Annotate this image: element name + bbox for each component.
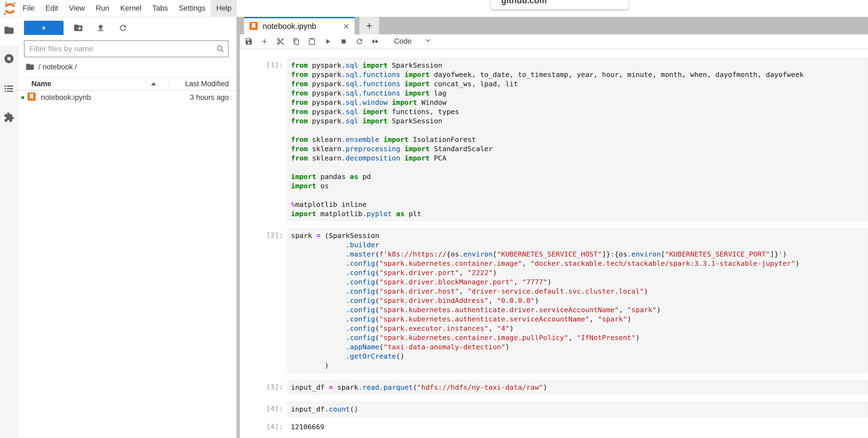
- copy-cells-icon[interactable]: [292, 37, 300, 46]
- menu-item-settings[interactable]: Settings: [174, 0, 211, 17]
- file-browser-panel: + / notebook / Name Last Modified: [18, 17, 237, 438]
- sort-ascending-icon: [151, 82, 156, 85]
- code-cell[interactable]: [2]:spark = (SparkSession .builder .mast…: [240, 228, 868, 373]
- code-editor[interactable]: input_df = spark.read.parquet("hdfs://hd…: [287, 380, 868, 395]
- chevron-down-icon: [424, 36, 432, 46]
- code-editor[interactable]: spark = (SparkSession .builder .master(f…: [287, 228, 868, 373]
- extension-manager-icon[interactable]: [4, 112, 14, 124]
- code-editor[interactable]: input_df.count(): [287, 402, 868, 416]
- notebook-content[interactable]: [1]:from pyspark.sql import SparkSession…: [240, 49, 868, 438]
- column-header-modified[interactable]: Last Modified: [168, 80, 237, 88]
- popup-origin-text: github.com: [491, 0, 628, 5]
- menu-item-file[interactable]: File: [17, 0, 40, 17]
- folder-icon: [25, 62, 35, 71]
- menu-item-help[interactable]: Help: [211, 0, 237, 17]
- input-prompt: [4]:: [240, 402, 287, 416]
- filter-files-input[interactable]: [25, 41, 213, 57]
- cell-type-value: Code: [394, 37, 412, 46]
- refresh-icon[interactable]: [115, 21, 131, 35]
- restart-run-all-icon[interactable]: [371, 37, 379, 46]
- menu-bar: FileEditViewRunKernelTabsSettingsHelp: [0, 0, 868, 17]
- panel-splitter[interactable]: [237, 17, 240, 438]
- output-prompt: [4]:: [240, 420, 287, 434]
- notebook-toolbar: Code: [240, 34, 868, 49]
- tab-notebook[interactable]: notebook.ipynb ×: [244, 17, 354, 34]
- file-name: notebook.ipynb: [41, 93, 168, 102]
- cell-type-dropdown[interactable]: Code: [394, 36, 432, 46]
- code-cell[interactable]: [4]:input_df.count(): [240, 402, 868, 416]
- running-sessions-icon[interactable]: [4, 53, 14, 65]
- breadcrumb-path: / notebook /: [38, 63, 77, 71]
- file-browser-toolbar: +: [18, 21, 237, 35]
- jupyter-logo-icon: [3, 1, 17, 16]
- input-prompt: [2]:: [240, 228, 287, 373]
- menu-item-edit[interactable]: Edit: [40, 0, 64, 17]
- new-tab-button[interactable]: +: [360, 17, 379, 34]
- insert-cell-icon[interactable]: [260, 37, 269, 46]
- paste-cells-icon[interactable]: [308, 37, 316, 46]
- browser-popup: github.com: [491, 0, 628, 9]
- code-cell[interactable]: [1]:from pyspark.sql import SparkSession…: [240, 58, 868, 221]
- input-prompt: [1]:: [240, 58, 287, 221]
- code-cell[interactable]: [3]:input_df = spark.read.parquet("hdfs:…: [240, 380, 868, 395]
- new-folder-icon[interactable]: [71, 21, 86, 35]
- close-icon[interactable]: ×: [342, 21, 351, 32]
- column-header-name[interactable]: Name: [18, 80, 168, 88]
- upload-icon[interactable]: [93, 21, 108, 35]
- filter-files-box: [24, 40, 228, 57]
- menu-item-kernel[interactable]: Kernel: [115, 0, 147, 17]
- interrupt-kernel-icon[interactable]: [340, 37, 348, 46]
- search-icon: [213, 45, 228, 53]
- kernel-running-dot: [21, 96, 24, 99]
- main-dock-panel: notebook.ipynb × +: [240, 17, 868, 438]
- output-area[interactable]: 12106669: [287, 420, 868, 434]
- file-row[interactable]: notebook.ipynb 3 hours ago: [18, 91, 237, 104]
- input-prompt: [3]:: [240, 380, 287, 395]
- restart-kernel-icon[interactable]: [355, 37, 364, 46]
- cut-cells-icon[interactable]: [276, 37, 284, 46]
- save-icon[interactable]: [245, 37, 253, 46]
- file-list-header: Name Last Modified: [18, 77, 237, 90]
- run-cell-icon[interactable]: [324, 37, 332, 46]
- notebook-file-icon: [249, 21, 258, 32]
- notebook-file-icon: [27, 92, 36, 104]
- breadcrumb[interactable]: / notebook /: [25, 62, 77, 71]
- file-modified: 3 hours ago: [168, 93, 237, 102]
- tab-label: notebook.ipynb: [262, 22, 342, 31]
- new-launcher-button[interactable]: +: [24, 21, 64, 35]
- menu-items: FileEditViewRunKernelTabsSettingsHelp: [17, 0, 237, 17]
- menu-item-run[interactable]: Run: [90, 0, 115, 17]
- file-browser-icon[interactable]: [4, 25, 14, 37]
- code-editor[interactable]: from pyspark.sql import SparkSessionfrom…: [287, 58, 868, 221]
- dock-tab-bar: notebook.ipynb × +: [240, 17, 868, 34]
- activity-bar: [0, 17, 18, 438]
- output-cell[interactable]: [4]:12106669: [240, 420, 868, 434]
- menu-item-view[interactable]: View: [64, 0, 90, 17]
- menu-item-tabs[interactable]: Tabs: [147, 0, 174, 17]
- table-of-contents-icon[interactable]: [4, 83, 14, 95]
